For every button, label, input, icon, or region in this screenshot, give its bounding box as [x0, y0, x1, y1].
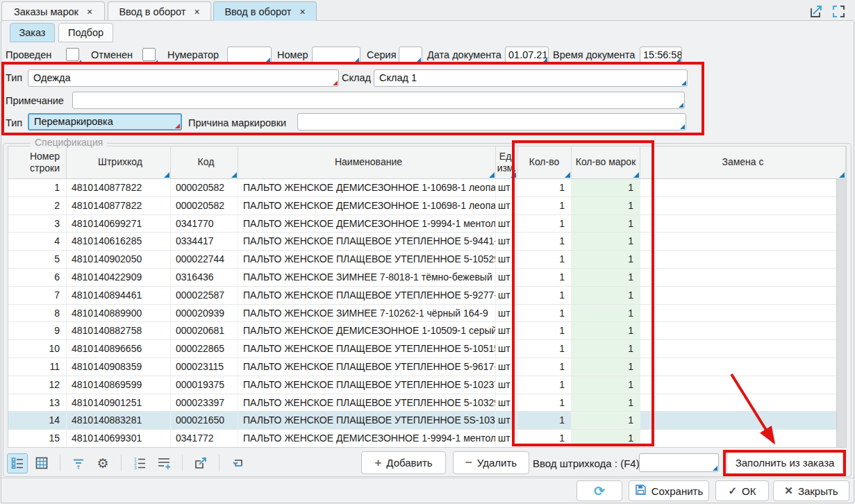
table-row[interactable]: 134810140901251000023397ПАЛЬТО ЖЕНСКОЕ П…	[8, 394, 846, 412]
add-button[interactable]: + Добавить	[361, 451, 446, 474]
column-header-barcode[interactable]: Штрихкод	[67, 146, 171, 178]
repeat-icon[interactable]	[227, 453, 248, 473]
fill-from-order-button[interactable]: Заполнить из заказа	[727, 451, 843, 474]
cell-unit: шт	[496, 233, 517, 250]
cell-qty[interactable]: 1	[517, 340, 572, 358]
cell-qty[interactable]: 1	[517, 430, 572, 447]
fullscreen-icon[interactable]	[831, 3, 847, 19]
open-external-icon[interactable]	[190, 453, 211, 473]
column-header-row-num[interactable]: Номер строки	[8, 146, 67, 178]
cell-qty[interactable]: 1	[517, 233, 572, 250]
column-header-code[interactable]: Код	[171, 146, 238, 178]
table-row[interactable]: 104810140896656000022865ПАЛЬТО ЖЕНСКОЕ П…	[8, 340, 846, 358]
cell-qty[interactable]: 1	[517, 376, 572, 394]
table-row[interactable]: 24810140877822000020582ПАЛЬТО ЖЕНСКОЕ ДЕ…	[8, 197, 846, 215]
tip2-input[interactable]: Перемаркировка	[28, 113, 182, 131]
cell-n: 11	[8, 358, 67, 376]
cell-marks[interactable]: 1	[572, 251, 640, 268]
cell-qty[interactable]: 1	[517, 305, 572, 322]
cell-qty[interactable]: 1	[517, 197, 572, 215]
cell-marks[interactable]: 1	[572, 394, 640, 412]
column-header-marks-qty[interactable]: Кол-во марок	[572, 146, 640, 178]
save-button[interactable]: Сохранить	[629, 480, 709, 501]
cell-qty[interactable]: 1	[517, 287, 572, 304]
tab-zakaz[interactable]: Заказ	[10, 23, 55, 42]
sklad-input[interactable]: Склад 1	[374, 69, 688, 87]
table-row[interactable]: 94810140882758000020681ПАЛЬТО ЖЕНСКОЕ ДЕ…	[8, 322, 846, 340]
table-row[interactable]: 54810140902050000022744ПАЛЬТО ЖЕНСКОЕ ПЛ…	[8, 251, 846, 269]
close-button[interactable]: ✕ Закрыть	[773, 480, 849, 501]
cell-marks[interactable]: 1	[572, 412, 640, 429]
cell-qty[interactable]: 1	[517, 251, 572, 268]
table-row[interactable]: 84810140889900000020939ПАЛЬТО ЖЕНСКОЕ ЗИ…	[8, 305, 846, 323]
cell-marks[interactable]: 1	[572, 179, 640, 196]
table-row[interactable]: 648101404229090316436ПАЛЬТО ЖЕНСКОЕ ЗИМН…	[8, 269, 846, 287]
doc-time-input[interactable]: 15:56:58	[640, 47, 682, 64]
cell-marks[interactable]: 1	[572, 233, 640, 250]
cell-marks[interactable]: 1	[572, 269, 640, 286]
cell-marks[interactable]: 1	[572, 215, 640, 233]
column-header-qty[interactable]: Кол-во	[517, 146, 572, 178]
cell-qty[interactable]: 1	[517, 322, 572, 339]
cell-marks[interactable]: 1	[572, 376, 640, 394]
cell-qty[interactable]: 1	[517, 358, 572, 376]
tab-vvod-v-oborot-2[interactable]: Ввод в оборот ×	[213, 1, 317, 21]
column-header-unit[interactable]: Ед. изм.	[496, 146, 517, 178]
seriya-input[interactable]	[399, 47, 422, 64]
cell-qty[interactable]: 1	[517, 215, 572, 233]
close-tab-icon[interactable]: ×	[194, 6, 199, 17]
cell-qty[interactable]: 1	[517, 269, 572, 286]
cell-marks[interactable]: 1	[572, 322, 640, 339]
close-tab-icon[interactable]: ×	[87, 6, 92, 17]
table-row[interactable]: 14810140877822000020582ПАЛЬТО ЖЕНСКОЕ ДЕ…	[8, 179, 846, 197]
table-row[interactable]: 144810140883281000021650ПАЛЬТО ЖЕНСКОЕ П…	[8, 412, 846, 430]
column-header-replace[interactable]: Замена с	[640, 146, 846, 178]
close-icon: ✕	[784, 485, 793, 497]
cell-marks[interactable]: 1	[572, 197, 640, 215]
tab-zakazy-marok[interactable]: Заказы марок ×	[1, 1, 105, 21]
doc-date-input[interactable]: 01.07.21	[505, 47, 549, 64]
cell-marks[interactable]: 1	[572, 430, 640, 447]
proveden-checkbox[interactable]	[66, 48, 79, 61]
cell-marks[interactable]: 1	[572, 305, 640, 322]
table-row[interactable]: 74810140894461000022587ПАЛЬТО ЖЕНСКОЕ ПЛ…	[8, 287, 846, 305]
tip-input[interactable]: Одежда	[28, 69, 339, 87]
open-in-window-icon[interactable]	[808, 3, 824, 19]
numbered-list-icon[interactable]: 1 2 3	[129, 453, 150, 473]
table-row[interactable]: 348101406992710341770ПАЛЬТО ЖЕНСКОЕ ДЕМИ…	[8, 215, 846, 233]
cell-marks[interactable]: 1	[572, 358, 640, 376]
table-row[interactable]: 124810140869599000019375ПАЛЬТО ЖЕНСКОЕ П…	[8, 376, 846, 394]
note-input[interactable]	[72, 92, 685, 109]
column-header-name[interactable]: Наименование	[238, 146, 496, 178]
cell-name: ПАЛЬТО ЖЕНСКОЕ ПЛАЩЕВОЕ УТЕПЛЕННОЕ 5-944…	[238, 233, 496, 250]
cell-qty[interactable]: 1	[517, 394, 572, 412]
reason-input[interactable]	[297, 113, 686, 131]
otmenen-checkbox[interactable]	[142, 48, 156, 61]
settings-gear-icon[interactable]: ⚙	[92, 453, 113, 473]
table-row[interactable]: 448101406162850334417ПАЛЬТО ЖЕНСКОЕ ПЛАЩ…	[8, 233, 846, 251]
refresh-button[interactable]: ⟳	[576, 480, 622, 501]
list-view-icon[interactable]	[7, 453, 28, 473]
delete-button[interactable]: − Удалить	[453, 451, 529, 474]
cell-rep	[640, 340, 846, 358]
cell-name: ПАЛЬТО ЖЕНСКОЕ ПЛАЩЕВОЕ УТЕПЛЕННОЕ 5-105…	[238, 340, 496, 358]
tab-podbor[interactable]: Подбор	[58, 23, 113, 42]
barcode-entry-input[interactable]	[639, 453, 719, 472]
vertical-scrollbar[interactable]	[836, 179, 846, 448]
grid-view-icon[interactable]	[31, 453, 52, 473]
cell-marks[interactable]: 1	[572, 340, 640, 358]
cell-marks[interactable]: 1	[572, 287, 640, 304]
cell-qty[interactable]: 1	[517, 179, 572, 196]
cell-code: 0334417	[171, 233, 238, 250]
table-row[interactable]: 114810140908359000023115ПАЛЬТО ЖЕНСКОЕ П…	[8, 358, 846, 376]
table-row[interactable]: 1548101406993010341772ПАЛЬТО ЖЕНСКОЕ ДЕМ…	[8, 430, 846, 448]
tab-vvod-v-oborot-1[interactable]: Ввод в оборот ×	[108, 1, 211, 21]
close-tab-icon[interactable]: ×	[299, 6, 305, 17]
nomer-input[interactable]	[312, 47, 360, 64]
cell-qty[interactable]: 1	[517, 412, 572, 429]
add-rows-icon[interactable]	[153, 453, 174, 473]
cell-rep	[640, 251, 846, 268]
filter-icon[interactable]	[68, 453, 89, 473]
numerator-input[interactable]	[227, 47, 272, 64]
ok-button[interactable]: ✓ ОК	[715, 480, 769, 501]
